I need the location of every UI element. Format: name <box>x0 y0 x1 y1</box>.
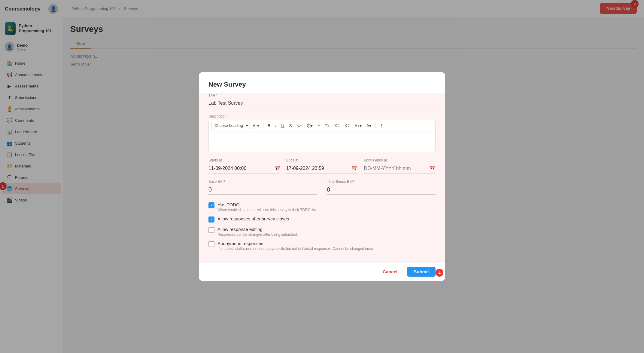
ends-at-calendar-icon[interactable]: 📅 <box>352 165 358 171</box>
modal-overlay[interactable]: New Survey Title * Description Choose he… <box>0 0 644 353</box>
has-todo-row: ✓ Has TODO When enabled, students will s… <box>208 202 436 212</box>
has-todo-checkbox[interactable]: ✓ <box>208 202 214 208</box>
starts-at-calendar-icon[interactable]: 📅 <box>274 165 280 171</box>
time-bonus-exp-label: Time Bonus EXP <box>327 180 436 184</box>
anonymous-hint: If enabled, staff can see the survey res… <box>217 247 373 251</box>
bonus-ends-at-field: Bonus ends at 📅 <box>364 158 436 173</box>
clear-format-button[interactable]: Tx <box>323 122 332 129</box>
checkmark-icon: ✓ <box>210 203 213 208</box>
italic-button[interactable]: I <box>273 122 278 129</box>
modal-title: New Survey <box>199 72 445 93</box>
title-input[interactable] <box>208 99 436 108</box>
description-section: Description Choose heading AI ▾ B I U S … <box>208 114 436 152</box>
base-exp-field: Base EXP <box>208 180 317 195</box>
allow-editing-checkbox[interactable] <box>208 227 214 233</box>
bonus-ends-at-calendar-icon[interactable]: 📅 <box>430 165 436 171</box>
modal-body: Title * Description Choose heading AI ▾ … <box>199 93 445 262</box>
underline-button[interactable]: U <box>279 122 286 129</box>
font-color-button[interactable]: A▾ <box>364 122 373 129</box>
submit-button[interactable]: Submit <box>407 267 436 277</box>
strikethrough-button[interactable]: S <box>287 122 294 129</box>
ai-button[interactable]: AI ▾ <box>251 122 261 129</box>
anonymous-label: Anonymous responses <box>217 241 373 246</box>
bonus-ends-at-input[interactable] <box>364 166 430 171</box>
ends-at-input[interactable] <box>286 166 352 171</box>
anonymous-checkbox[interactable] <box>208 241 214 247</box>
editor-toolbar: Choose heading AI ▾ B I U S <> 🖼▾ ❝ Tx X… <box>208 120 436 131</box>
code-button[interactable]: <> <box>295 122 304 129</box>
date-row: Starts at 📅 Ends at 📅 Bonus ends at <box>208 158 436 173</box>
subscript-button[interactable]: X2 <box>332 122 342 129</box>
badge-4: 4 <box>436 269 443 277</box>
more-options-button[interactable]: ⋮ <box>377 122 386 129</box>
line-height-button[interactable]: A↕▾ <box>352 122 363 129</box>
modal-footer: Cancel Submit 4 <box>199 262 445 281</box>
title-section: Title * <box>208 93 436 108</box>
allow-responses-checkbox[interactable]: ✓ <box>208 216 214 223</box>
exp-row: Base EXP Time Bonus EXP <box>208 180 436 195</box>
allow-editing-label: Allow response editing <box>217 227 298 232</box>
chevron-down-icon: ▾ <box>257 123 259 128</box>
allow-responses-row: ✓ Allow responses after survey closes <box>208 216 436 223</box>
base-exp-input[interactable] <box>208 185 317 195</box>
allow-editing-hint: Responses can be changed after being sub… <box>217 232 298 237</box>
image-button[interactable]: 🖼▾ <box>304 122 315 129</box>
starts-at-label: Starts at <box>208 158 280 162</box>
checkboxes-section: ✓ Has TODO When enabled, students will s… <box>208 202 436 251</box>
ai-label: AI <box>253 123 257 128</box>
allow-responses-label: Allow responses after survey closes <box>217 216 289 221</box>
bonus-ends-at-label: Bonus ends at <box>364 158 436 162</box>
anonymous-row: Anonymous responses If enabled, staff ca… <box>208 241 436 251</box>
time-bonus-exp-input[interactable] <box>327 185 436 195</box>
has-todo-label: Has TODO <box>217 202 317 207</box>
heading-select[interactable]: Choose heading <box>211 122 250 129</box>
ends-at-label: Ends at <box>286 158 358 162</box>
time-bonus-exp-field: Time Bonus EXP <box>327 180 436 195</box>
has-todo-hint: When enabled, students will see this sur… <box>217 208 317 212</box>
checkmark-icon: ✓ <box>210 217 213 222</box>
superscript-button[interactable]: X2 <box>342 122 352 129</box>
allow-editing-row: Allow response editing Responses can be … <box>208 227 436 237</box>
new-survey-modal: New Survey Title * Description Choose he… <box>199 72 445 281</box>
description-editor[interactable] <box>208 131 436 152</box>
bold-button[interactable]: B <box>265 122 272 129</box>
starts-at-field: Starts at 📅 <box>208 158 280 173</box>
ends-at-field: Ends at 📅 <box>286 158 358 173</box>
description-label: Description <box>208 114 436 118</box>
toolbar-divider-1 <box>263 123 263 128</box>
title-label: Title * <box>208 93 436 97</box>
starts-at-input[interactable] <box>208 166 274 171</box>
blockquote-button[interactable]: ❝ <box>315 122 322 129</box>
cancel-button[interactable]: Cancel <box>378 267 402 277</box>
toolbar-divider-2 <box>375 123 375 128</box>
base-exp-label: Base EXP <box>208 180 317 184</box>
